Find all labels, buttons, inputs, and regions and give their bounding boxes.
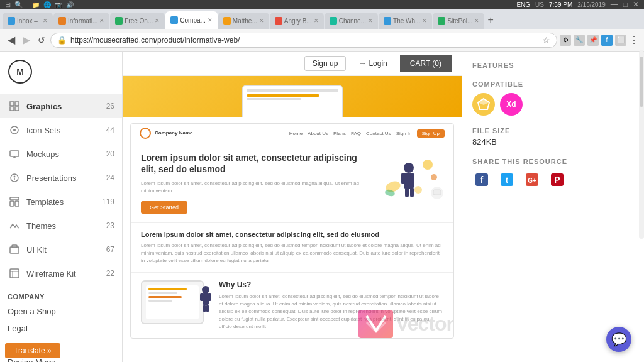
svg-text:M: M (16, 67, 24, 77)
tab-informative[interactable]: Informati... ✕ (53, 13, 109, 29)
tab-close-whw[interactable]: ✕ (422, 18, 427, 24)
nav-link-signin: Sign In (396, 131, 412, 136)
sidebar-item-ui-kit[interactable]: UI Kit 67 (0, 238, 122, 261)
cart-button[interactable]: CART (0) (400, 55, 452, 72)
preview-company-name: Company Name (155, 130, 192, 136)
nav-icon-4[interactable]: f (601, 35, 613, 46)
icon-sets-icon (8, 123, 21, 137)
sidebar-item-icon-sets[interactable]: Icon Sets 44 (0, 118, 122, 142)
back-button[interactable]: ◀ (5, 33, 18, 47)
search-icon: 🔍 (14, 1, 23, 9)
chat-widget[interactable]: 💬 (606, 327, 631, 352)
preview-area: Company Name Home About Us Plans FAQ Con… (123, 117, 462, 353)
browser-chrome: ⊞ 🔍 📁 🌐 📷 🔊 ENG US 7:59 PM 2/15/2019 — □… (0, 0, 644, 9)
sidebar-item-mockups[interactable]: Mockups 20 (0, 142, 122, 166)
tab-angry[interactable]: Angry B... ✕ (270, 13, 324, 29)
tab-channel[interactable]: Channe... ✕ (325, 13, 378, 29)
sidebar-link-open-shop[interactable]: Open a Shop (0, 303, 122, 320)
tabs-bar: Inbox – ✕ Informati... ✕ Free On... ✕ Co… (0, 9, 644, 29)
preview-hero-btn[interactable]: Get Started (141, 201, 187, 214)
tab-close-matthew[interactable]: ✕ (259, 18, 264, 24)
sidebar-item-graphics[interactable]: Graphics 26 (0, 94, 122, 118)
file-size-label: FILE SIZE (472, 127, 634, 134)
svg-rect-16 (15, 201, 19, 206)
tab-the-wh[interactable]: The Wh... ✕ (379, 13, 432, 29)
translate-button[interactable]: Translate » (5, 343, 60, 358)
tab-favicon-free (115, 17, 123, 25)
tab-close-free[interactable]: ✕ (155, 18, 160, 24)
maximize-icon[interactable]: □ (623, 0, 628, 9)
nav-menu-button[interactable]: ⋮ (629, 34, 639, 46)
features-label: FEATURES (472, 62, 634, 69)
address-bar[interactable]: 🔒 https://mousecrafted.com/product/infor… (50, 33, 557, 48)
tab-close-angry[interactable]: ✕ (314, 18, 319, 24)
tab-favicon-angry (275, 17, 282, 25)
bookmark-icon[interactable]: ☆ (542, 35, 550, 45)
website-preview: Company Name Home About Us Plans FAQ Con… (130, 123, 454, 339)
googleplus-share-icon[interactable]: G+ (523, 170, 541, 189)
tab-free[interactable]: Free On... ✕ (110, 13, 165, 29)
sidebar-item-presentations[interactable]: Presentations 24 (0, 166, 122, 190)
svg-rect-15 (10, 201, 14, 206)
facebook-share-icon[interactable]: f (472, 170, 491, 189)
wireframe-label: Wireframe Kit (26, 269, 76, 278)
graphics-icon (8, 99, 21, 113)
tab-close-channel[interactable]: ✕ (368, 18, 373, 24)
preview-hero-body: Lorem ipsum dolor sit amet, consectetur … (141, 180, 368, 195)
tab-close-company[interactable]: ✕ (208, 17, 213, 23)
sidebar-item-themes[interactable]: Themes 23 (0, 214, 122, 238)
sidebar-logo[interactable]: M (0, 59, 122, 94)
sign-up-button[interactable]: Sign up (304, 56, 347, 71)
svg-point-23 (431, 174, 437, 180)
login-icon: → (358, 59, 366, 68)
nav-icon-5[interactable]: ⬜ (615, 35, 626, 46)
language-badge: ENG (516, 1, 530, 8)
refresh-button[interactable]: ↺ (35, 34, 48, 47)
ui-kit-icon (8, 243, 21, 256)
nav-icon-3[interactable]: 📌 (587, 35, 599, 46)
templates-count: 119 (102, 197, 114, 206)
forward-button[interactable]: ▶ (20, 33, 33, 47)
sidebar-item-wireframe[interactable]: Wireframe Kit 22 (0, 261, 122, 285)
svg-rect-29 (405, 187, 409, 197)
preview-why: Why Us? Lorem ipsum dolor sit amet, cons… (131, 272, 453, 338)
login-button[interactable]: → Login (351, 57, 394, 70)
tab-sitepoint[interactable]: SitePoi... ✕ (433, 13, 484, 29)
tab-matthew[interactable]: Matthe... ✕ (218, 13, 269, 29)
tab-close-informative[interactable]: ✕ (99, 18, 104, 24)
pinterest-share-icon[interactable]: P (548, 170, 567, 189)
templates-label: Templates (26, 197, 64, 207)
svg-marker-42 (478, 99, 489, 105)
preview-signup-btn[interactable]: Sign Up (417, 129, 445, 138)
mockups-icon (8, 147, 21, 161)
lock-icon: 🔒 (57, 36, 67, 45)
mockups-count: 20 (106, 150, 114, 158)
wireframe-count: 22 (106, 269, 114, 278)
preview-nav: Company Name Home About Us Plans FAQ Con… (131, 124, 453, 143)
right-panel-scrollbar[interactable] (639, 52, 644, 239)
sidebar-item-templates[interactable]: Templates 119 (0, 190, 122, 214)
sidebar-link-legal[interactable]: Legal (0, 320, 122, 337)
tab-inbox[interactable]: Inbox – ✕ (3, 13, 53, 29)
preview-hero-title: Lorem ipsum dolor sit amet, consectetur … (141, 152, 368, 175)
share-label: SHARE THIS RESOURCE (472, 158, 634, 165)
new-tab-button[interactable]: + (485, 14, 496, 26)
minimize-icon[interactable]: — (611, 0, 618, 9)
svg-rect-28 (409, 173, 414, 184)
svg-text:t: t (506, 176, 508, 185)
tab-close-sitepoint[interactable]: ✕ (474, 18, 479, 24)
taskbar-icon: 📁 (32, 1, 40, 8)
graphics-count: 26 (106, 102, 114, 111)
logo-icon: M (8, 59, 33, 84)
region-badge: US (535, 1, 544, 8)
presentations-icon (8, 171, 21, 185)
themes-label: Themes (26, 221, 56, 231)
compatible-section: COMPATIBLE Xd (472, 80, 634, 116)
tab-company[interactable]: Compa... ✕ (165, 11, 218, 29)
tab-close-inbox[interactable]: ✕ (43, 18, 48, 24)
close-icon[interactable]: ✕ (633, 0, 639, 9)
nav-icon-2[interactable]: 🔧 (574, 35, 585, 46)
svg-rect-30 (410, 187, 414, 197)
twitter-share-icon[interactable]: t (497, 170, 516, 189)
nav-icon-1[interactable]: ⚙ (560, 35, 571, 46)
